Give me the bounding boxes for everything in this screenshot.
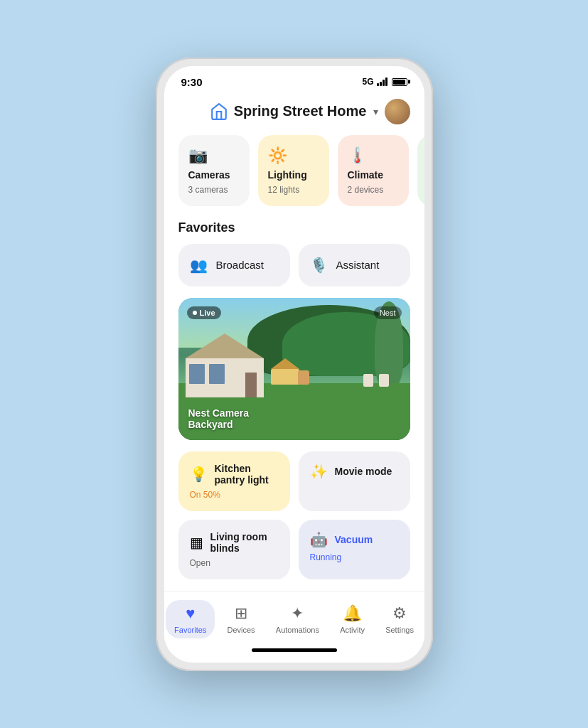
vacuum-icon: 🤖 xyxy=(310,531,328,548)
nav-activity[interactable]: 🔔 Activity xyxy=(331,600,373,638)
vacuum-name: Vacuum xyxy=(335,534,373,545)
live-badge: Live xyxy=(187,306,221,319)
assistant-icon: 🎙️ xyxy=(310,257,328,274)
nav-settings[interactable]: ⚙ Settings xyxy=(377,600,422,638)
lighting-sub: 12 lights xyxy=(268,185,319,195)
blinds-status: Open xyxy=(190,558,279,568)
nest-label: Nest xyxy=(380,309,396,317)
devices-grid: 💡 Kitchen pantry light On 50% ✨ Movie mo… xyxy=(164,451,424,591)
category-wifi[interactable]: 📶 Wi-Fi On xyxy=(417,135,424,206)
favorites-nav-icon: ♥ xyxy=(186,604,195,623)
settings-nav-label: Settings xyxy=(385,626,414,634)
nav-automations[interactable]: ✦ Automations xyxy=(267,600,328,638)
automations-nav-icon: ✦ xyxy=(291,604,304,623)
device-movie-mode[interactable]: ✨ Movie mode xyxy=(299,451,410,511)
phone-screen: 9:30 5G xyxy=(164,66,424,663)
favorite-assistant[interactable]: 🎙️ Assistant xyxy=(299,244,410,287)
automations-nav-label: Automations xyxy=(276,626,319,634)
pantry-light-name: Kitchen pantry light xyxy=(215,463,279,486)
chevron-down-icon: ▾ xyxy=(373,106,378,117)
phone-frame: 9:30 5G xyxy=(156,58,433,671)
pantry-light-status: On 50% xyxy=(190,490,279,500)
climate-sub: 2 devices xyxy=(348,185,399,195)
device-living-room-blinds[interactable]: ▦ Living room blinds Open xyxy=(178,520,290,579)
broadcast-icon: 👥 xyxy=(190,257,208,274)
nav-favorites[interactable]: ♥ Favorites xyxy=(166,600,215,638)
category-cameras[interactable]: 📷 Cameras 3 cameras xyxy=(178,135,250,206)
nav-devices[interactable]: ⊞ Devices xyxy=(219,600,264,638)
category-lighting[interactable]: 🔆 Lighting 12 lights xyxy=(258,135,329,206)
lighting-category-icon: 🔆 xyxy=(268,146,319,165)
favorites-nav-label: Favorites xyxy=(174,626,206,634)
vacuum-status: Running xyxy=(310,552,399,562)
movie-mode-name: Movie mode xyxy=(335,466,392,477)
devices-nav-icon: ⊞ xyxy=(235,604,247,623)
devices-nav-label: Devices xyxy=(228,626,255,634)
assistant-label: Assistant xyxy=(336,259,380,271)
camera-name: Nest Camera Backyard xyxy=(188,407,250,430)
battery-icon xyxy=(392,78,407,86)
blinds-name: Living room blinds xyxy=(210,531,279,554)
device-kitchen-pantry-light[interactable]: 💡 Kitchen pantry light On 50% xyxy=(178,451,290,511)
activity-nav-label: Activity xyxy=(340,626,365,634)
avatar[interactable] xyxy=(385,99,410,124)
status-icons: 5G xyxy=(362,77,407,87)
device-vacuum[interactable]: 🤖 Vacuum Running xyxy=(299,520,410,579)
favorite-broadcast[interactable]: 👥 Broadcast xyxy=(178,244,290,287)
cameras-label: Cameras xyxy=(188,169,240,181)
climate-label: Climate xyxy=(348,169,399,181)
signal-strength-icon xyxy=(377,77,387,86)
home-selector[interactable]: Spring Street Home ▾ xyxy=(210,102,379,121)
blinds-icon: ▦ xyxy=(190,534,203,551)
climate-category-icon: 🌡️ xyxy=(348,146,399,165)
home-name: Spring Street Home xyxy=(234,103,367,119)
camera-category-icon: 📷 xyxy=(188,146,240,165)
lighting-label: Lighting xyxy=(268,169,319,181)
category-climate[interactable]: 🌡️ Climate 2 devices xyxy=(338,135,409,206)
home-indicator xyxy=(252,648,337,652)
camera-name-line2: Backyard xyxy=(188,419,250,430)
live-dot-icon xyxy=(193,311,197,315)
camera-card-backyard[interactable]: Live Nest Nest Camera Backyard xyxy=(178,298,410,440)
activity-nav-icon: 🔔 xyxy=(343,604,362,623)
favorites-grid: 👥 Broadcast 🎙️ Assistant xyxy=(164,244,424,298)
app-header: Spring Street Home ▾ xyxy=(164,94,424,129)
nest-badge: Nest xyxy=(374,306,402,319)
settings-nav-icon: ⚙ xyxy=(392,604,407,623)
app-content: Spring Street Home ▾ 📷 Cameras 3 cameras… xyxy=(164,94,424,663)
favorites-title: Favorites xyxy=(164,218,424,244)
camera-name-line1: Nest Camera xyxy=(188,407,250,419)
broadcast-label: Broadcast xyxy=(216,259,264,271)
categories-row: 📷 Cameras 3 cameras 🔆 Lighting 12 lights… xyxy=(164,129,424,218)
status-bar: 9:30 5G xyxy=(164,66,424,94)
live-label: Live xyxy=(200,309,215,317)
home-icon xyxy=(210,102,228,121)
status-time: 9:30 xyxy=(181,76,203,88)
5g-signal-icon: 5G xyxy=(362,77,373,87)
movie-mode-icon: ✨ xyxy=(310,463,328,480)
bottom-nav: ♥ Favorites ⊞ Devices ✦ Automations 🔔 Ac… xyxy=(164,591,424,644)
cameras-sub: 3 cameras xyxy=(188,185,240,195)
pantry-light-icon: 💡 xyxy=(190,466,208,483)
